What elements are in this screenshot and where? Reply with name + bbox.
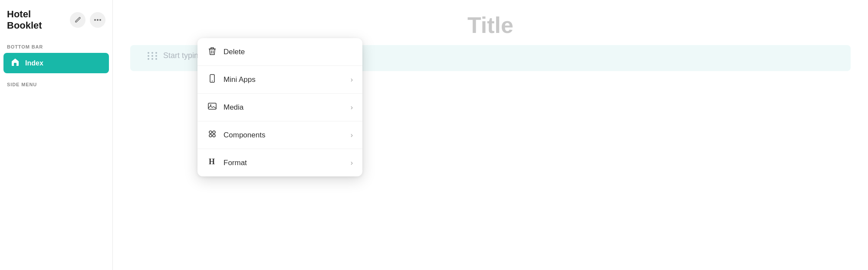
- svg-point-14: [213, 134, 215, 137]
- menu-item-format-label: Format: [224, 159, 247, 167]
- menu-item-media-label: Media: [224, 103, 243, 112]
- svg-text:H: H: [209, 157, 215, 166]
- home-icon: [10, 57, 20, 69]
- main-content: Title Start typing here or hover for opt…: [113, 0, 868, 270]
- svg-point-2: [99, 19, 101, 21]
- bottom-bar-section-label: BOTTOM BAR: [0, 38, 112, 53]
- sidebar-item-index[interactable]: Index: [3, 53, 109, 73]
- menu-item-mini-apps[interactable]: Mini Apps ›: [197, 66, 362, 94]
- menu-item-components[interactable]: Components ›: [197, 121, 362, 149]
- svg-point-8: [212, 81, 213, 81]
- menu-item-media[interactable]: Media ›: [197, 94, 362, 121]
- chevron-right-icon: ›: [351, 76, 353, 84]
- svg-point-12: [213, 131, 215, 133]
- page-title: Title: [467, 12, 513, 38]
- svg-point-1: [97, 19, 99, 21]
- chevron-right-icon-2: ›: [351, 104, 353, 111]
- sidebar: Hotel Booklet BOTTOM BAR Index SIDE MENU: [0, 0, 113, 270]
- sidebar-header: Hotel Booklet: [0, 0, 112, 38]
- heading-icon: H: [207, 157, 217, 169]
- more-button[interactable]: [90, 12, 105, 28]
- chevron-right-icon-4: ›: [351, 159, 353, 167]
- menu-item-components-label: Components: [224, 131, 265, 140]
- image-icon: [207, 101, 217, 113]
- menu-item-delete[interactable]: Delete: [197, 38, 362, 66]
- svg-point-11: [209, 131, 212, 133]
- svg-point-0: [94, 19, 96, 21]
- menu-item-format[interactable]: H Format ›: [197, 149, 362, 176]
- edit-button[interactable]: [70, 12, 85, 28]
- svg-point-10: [210, 104, 211, 106]
- context-menu: Delete Mini Apps ›: [197, 38, 362, 176]
- menu-item-delete-label: Delete: [224, 48, 245, 56]
- app-title: Hotel Booklet: [7, 9, 66, 31]
- drag-handle[interactable]: [148, 50, 158, 60]
- edit-icon: [74, 16, 81, 23]
- menu-item-mini-apps-label: Mini Apps: [224, 75, 256, 84]
- trash-icon: [207, 46, 217, 58]
- more-icon: [94, 19, 101, 21]
- mobile-icon: [207, 74, 217, 85]
- sidebar-item-index-label: Index: [25, 59, 43, 67]
- side-menu-section-label: SIDE MENU: [0, 73, 112, 91]
- chevron-right-icon-3: ›: [351, 131, 353, 139]
- svg-rect-9: [208, 103, 216, 109]
- components-icon: [207, 129, 217, 141]
- svg-rect-3: [14, 63, 16, 66]
- svg-point-13: [209, 134, 212, 137]
